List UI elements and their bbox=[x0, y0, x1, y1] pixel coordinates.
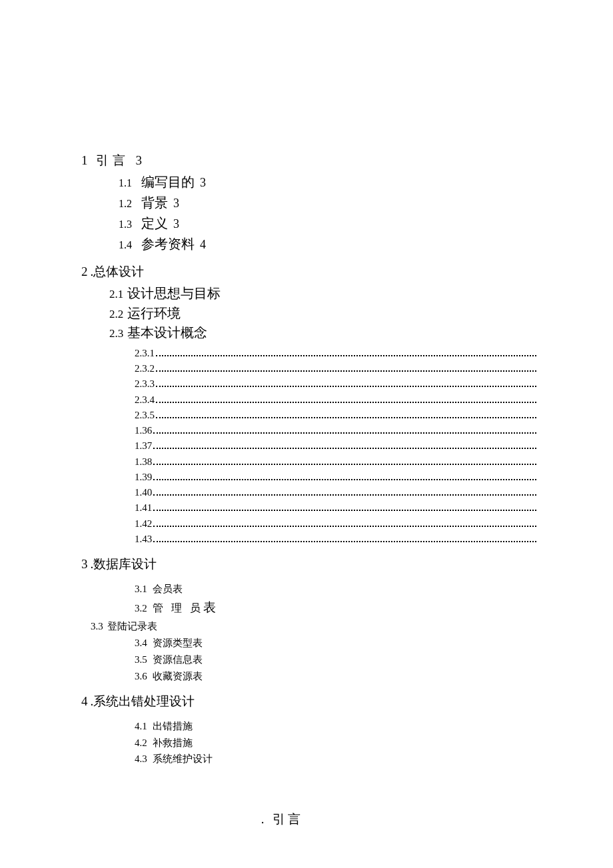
toc-leader-dots bbox=[153, 535, 536, 542]
toc-title: 登陆记录表 bbox=[107, 618, 157, 636]
toc-item: 4.2 补救措施 bbox=[135, 735, 536, 751]
toc-title: 背景 bbox=[141, 193, 168, 213]
toc-page-num: 3 bbox=[173, 215, 179, 234]
toc-title: 编写目的 bbox=[141, 172, 195, 193]
toc-num: 2.3.3 bbox=[135, 376, 155, 392]
toc-leader-dots bbox=[153, 520, 536, 527]
toc-item: 2.2 运行环境 bbox=[109, 304, 536, 324]
toc-dotted-list: 2.3.1 2.3.2 2.3.3 2.3.4 2.3.5 1.36 1.37 … bbox=[135, 346, 536, 547]
toc-item: 4.1 出错措施 bbox=[135, 718, 536, 735]
toc-section-3: 3 .数据库设计 bbox=[81, 555, 536, 574]
toc-item: 3.5 资源信息表 bbox=[135, 651, 536, 668]
toc-title: 基本设计概念 bbox=[127, 323, 207, 343]
toc-num: 4.2 bbox=[135, 735, 147, 751]
toc-num: 1.36 bbox=[135, 423, 152, 438]
toc-num: 3.6 bbox=[135, 668, 147, 685]
toc-leader-dots bbox=[156, 396, 536, 403]
toc-title: .数据库设计 bbox=[91, 555, 157, 574]
section-heading: . 引言 bbox=[81, 811, 536, 828]
toc-section-1: 1 引言 3 bbox=[81, 151, 536, 171]
toc-num: 2.3.2 bbox=[135, 361, 155, 376]
toc-item: 3.6 收藏资源表 bbox=[135, 668, 536, 685]
toc-num: 3.5 bbox=[135, 651, 147, 668]
toc-num: 4.1 bbox=[135, 718, 147, 735]
toc-num: 3.3 bbox=[91, 618, 103, 636]
toc-num: 2.2 bbox=[109, 306, 123, 322]
toc-item: 1.1 编写目的 3 bbox=[119, 172, 536, 193]
toc-dotted-item: 1.36 bbox=[135, 423, 536, 438]
toc-num: 4.3 bbox=[135, 751, 147, 767]
toc-num: 1 bbox=[81, 151, 89, 171]
toc-dotted-item: 1.38 bbox=[135, 454, 536, 470]
toc-item: 3.1 会员表 bbox=[135, 581, 536, 598]
toc-item: 2.1 设计思想与目标 bbox=[109, 284, 536, 304]
toc-title: 资源类型表 bbox=[153, 635, 203, 651]
toc-leader-dots bbox=[156, 349, 536, 356]
toc-section-2: 2 .总体设计 bbox=[81, 262, 536, 282]
toc-num: 1.37 bbox=[135, 438, 152, 454]
toc-leader-dots bbox=[153, 458, 536, 465]
toc-dotted-item: 2.3.1 bbox=[135, 346, 536, 361]
toc-title: 管 理 员 bbox=[153, 600, 203, 617]
toc-section-4: 4 .系统出错处理设计 bbox=[81, 692, 536, 711]
toc-title: 系统维护设计 bbox=[153, 751, 213, 767]
toc-dotted-item: 1.43 bbox=[135, 532, 536, 547]
toc-num: 3 bbox=[81, 555, 88, 574]
toc-num: 1.1 bbox=[119, 175, 132, 192]
toc-title: 定义 bbox=[141, 213, 168, 234]
toc-item: 1.2 背景 3 bbox=[119, 193, 536, 213]
toc-leader-dots bbox=[156, 364, 536, 372]
toc-num: 3.2 bbox=[135, 600, 147, 617]
toc-num: 2.3.5 bbox=[135, 408, 155, 423]
toc-num: 1.38 bbox=[135, 454, 152, 470]
toc-dotted-item: 1.40 bbox=[135, 485, 536, 500]
toc-page-num: 3 bbox=[200, 174, 206, 193]
toc-leader-dots bbox=[153, 426, 536, 434]
toc-title: 参考资料 bbox=[141, 234, 195, 254]
toc-page-num: 3 bbox=[173, 195, 179, 213]
toc-num: 2 bbox=[81, 262, 88, 282]
toc-title: 设计思想与目标 bbox=[127, 284, 221, 304]
toc-leader-dots bbox=[153, 488, 536, 496]
toc-leader-dots bbox=[153, 442, 536, 449]
toc-title: 资源信息表 bbox=[153, 651, 203, 668]
toc-dotted-item: 2.3.4 bbox=[135, 392, 536, 408]
toc-num: 4 bbox=[81, 692, 88, 711]
toc-title: 收藏资源表 bbox=[153, 668, 203, 685]
toc-item: 4.3 系统维护设计 bbox=[135, 751, 536, 767]
toc-item: 3.4 资源类型表 bbox=[135, 635, 536, 651]
toc-num: 1.43 bbox=[135, 532, 152, 547]
toc-title-suffix: 表 bbox=[203, 597, 216, 618]
toc-num: 2.3.4 bbox=[135, 392, 155, 408]
toc-leader-dots bbox=[153, 473, 536, 480]
toc-leader-dots bbox=[153, 504, 536, 511]
toc-title: 会员表 bbox=[153, 581, 183, 598]
toc-item: 1.3 定义 3 bbox=[119, 213, 536, 234]
toc-num: 1.40 bbox=[135, 485, 152, 500]
toc-dotted-item: 2.3.3 bbox=[135, 376, 536, 392]
toc-item: 3.2 管 理 员 表 bbox=[135, 597, 536, 618]
toc-num: 1.3 bbox=[119, 217, 132, 233]
toc-num: 1.2 bbox=[119, 196, 132, 213]
toc-title: 补救措施 bbox=[153, 735, 193, 751]
toc-title: 运行环境 bbox=[127, 304, 181, 324]
toc-leader-dots bbox=[156, 411, 536, 418]
toc-title: .系统出错处理设计 bbox=[91, 692, 195, 711]
toc-dotted-item: 1.42 bbox=[135, 516, 536, 532]
toc-page-num: 3 bbox=[136, 151, 143, 171]
toc-title: .总体设计 bbox=[91, 262, 145, 282]
toc-num: 3.1 bbox=[135, 581, 147, 598]
toc-num: 2.3 bbox=[109, 325, 123, 342]
toc-num: 1.41 bbox=[135, 500, 152, 516]
toc-item: 1.4 参考资料 4 bbox=[119, 234, 536, 254]
toc-dotted-item: 2.3.5 bbox=[135, 408, 536, 423]
toc-leader-dots bbox=[156, 380, 536, 387]
toc-num: 2.3.1 bbox=[135, 346, 155, 361]
toc-title: 引言 bbox=[96, 151, 129, 171]
toc-num: 1.42 bbox=[135, 516, 152, 532]
toc-item: 2.3 基本设计概念 bbox=[109, 323, 536, 343]
toc-dotted-item: 1.37 bbox=[135, 438, 536, 454]
toc-dotted-item: 1.39 bbox=[135, 470, 536, 485]
toc-title: 出错措施 bbox=[153, 718, 193, 735]
toc-num: 2.1 bbox=[109, 286, 123, 302]
